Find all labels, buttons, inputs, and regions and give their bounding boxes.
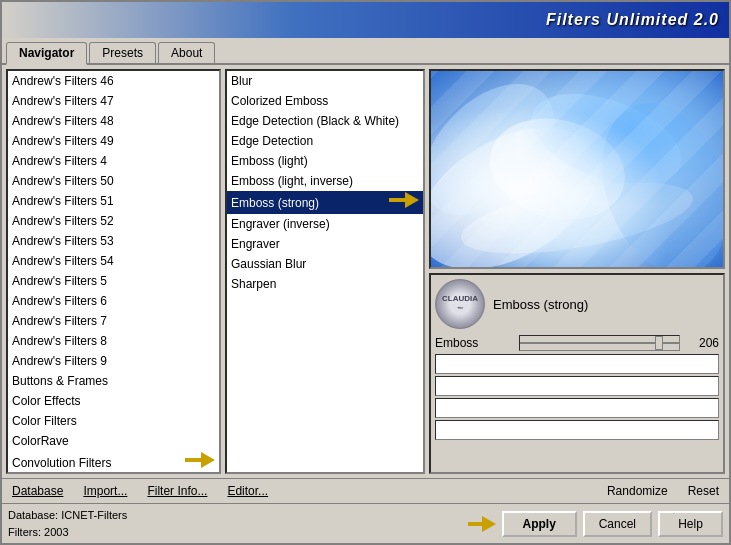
database-button[interactable]: Database [8, 482, 67, 500]
tab-bar: Navigator Presets About [2, 38, 729, 65]
list-item[interactable]: Andrew's Filters 6 [8, 291, 219, 311]
tab-navigator[interactable]: Navigator [6, 42, 87, 65]
right-panel: CLAUDIA™ Emboss (strong) Emboss 206 [429, 69, 725, 474]
param-label: Emboss [435, 336, 515, 350]
filter-item[interactable]: Edge Detection (Black & White) [227, 111, 423, 131]
list-item[interactable]: ColorRave [8, 431, 219, 451]
filters-value: 2003 [44, 526, 68, 538]
title-bar: Filters Unlimited 2.0 [2, 2, 729, 38]
list-item[interactable]: Andrew's Filters 8 [8, 331, 219, 351]
tab-about[interactable]: About [158, 42, 215, 63]
svg-point-8 [431, 71, 579, 239]
param-value: 206 [684, 336, 719, 350]
filter-item[interactable]: Emboss (light, inverse) [227, 171, 423, 191]
empty-param-row [435, 398, 719, 418]
svg-marker-3 [405, 192, 419, 208]
filter-info-button[interactable]: Filter Info... [143, 482, 211, 500]
list-item[interactable]: Color Effects [8, 391, 219, 411]
bottom-toolbar: Database Import... Filter Info... Editor… [2, 478, 729, 503]
list-item[interactable]: Andrew's Filters 52 [8, 211, 219, 231]
filter-item[interactable]: Blur [227, 71, 423, 91]
svg-rect-2 [389, 198, 407, 202]
import-button[interactable]: Import... [79, 482, 131, 500]
list-item[interactable]: Andrew's Filters 4 [8, 151, 219, 171]
apply-arrow-icon [468, 511, 496, 537]
tab-presets[interactable]: Presets [89, 42, 156, 63]
svg-point-7 [456, 169, 698, 267]
list-item[interactable]: Andrew's Filters 50 [8, 171, 219, 191]
svg-point-6 [519, 76, 693, 203]
filter-info-panel: CLAUDIA™ Emboss (strong) Emboss 206 [429, 273, 725, 474]
help-button[interactable]: Help [658, 511, 723, 537]
svg-rect-11 [468, 522, 484, 526]
filter-name-row: CLAUDIA™ Emboss (strong) [435, 279, 719, 329]
convolution-filters-arrow-icon [185, 452, 215, 472]
preview-svg [431, 71, 723, 267]
filters-label: Filters: [8, 526, 41, 538]
svg-point-5 [431, 98, 623, 267]
param-row: Emboss 206 [435, 335, 719, 351]
list-item[interactable]: Andrew's Filters 51 [8, 191, 219, 211]
svg-rect-4 [431, 71, 723, 267]
category-list-panel: Andrew's Filters 46 Andrew's Filters 47 … [6, 69, 221, 474]
preview-canvas [429, 69, 725, 269]
database-label: Database: [8, 509, 58, 521]
list-item[interactable]: Andrew's Filters 5 [8, 271, 219, 291]
empty-param-row [435, 354, 719, 374]
emboss-strong-arrow-icon [389, 192, 419, 213]
apply-button[interactable]: Apply [502, 511, 577, 537]
action-buttons: Apply Cancel Help [468, 511, 723, 537]
svg-marker-12 [482, 516, 496, 532]
list-item[interactable]: Color Filters [8, 411, 219, 431]
list-item[interactable]: Convolution Filters [8, 451, 219, 472]
filter-item[interactable]: Gaussian Blur [227, 254, 423, 274]
filter-list[interactable]: Blur Colorized Emboss Edge Detection (Bl… [227, 71, 423, 472]
list-item[interactable]: Andrew's Filters 48 [8, 111, 219, 131]
param-slider[interactable] [519, 335, 680, 351]
filter-item[interactable]: Emboss (light) [227, 151, 423, 171]
editor-button[interactable]: Editor... [223, 482, 272, 500]
list-item[interactable]: Andrew's Filters 9 [8, 351, 219, 371]
status-bar: Database: ICNET-Filters Filters: 2003 Ap… [2, 503, 729, 543]
filter-item-selected[interactable]: Emboss (strong) [227, 191, 423, 214]
app-title: Filters Unlimited 2.0 [546, 11, 719, 29]
slider-thumb[interactable] [655, 336, 663, 350]
filter-item[interactable]: Edge Detection [227, 131, 423, 151]
filter-logo: CLAUDIA™ [435, 279, 485, 329]
database-value: ICNET-Filters [61, 509, 127, 521]
empty-param-row [435, 376, 719, 396]
database-info: Database: ICNET-Filters [8, 507, 127, 524]
cancel-button[interactable]: Cancel [583, 511, 652, 537]
filter-item[interactable]: Engraver (inverse) [227, 214, 423, 234]
filters-info: Filters: 2003 [8, 524, 127, 541]
list-item[interactable]: Buttons & Frames [8, 371, 219, 391]
list-item[interactable]: Andrew's Filters 54 [8, 251, 219, 271]
randomize-button[interactable]: Randomize [603, 482, 672, 500]
list-item[interactable]: Andrew's Filters 7 [8, 311, 219, 331]
list-item[interactable]: Andrew's Filters 47 [8, 91, 219, 111]
list-item[interactable]: Andrew's Filters 49 [8, 131, 219, 151]
reset-button[interactable]: Reset [684, 482, 723, 500]
list-item[interactable]: Andrew's Filters 53 [8, 231, 219, 251]
empty-param-row [435, 420, 719, 440]
selected-filter-name: Emboss (strong) [493, 297, 719, 312]
status-info: Database: ICNET-Filters Filters: 2003 [8, 507, 127, 540]
main-window: Filters Unlimited 2.0 Navigator Presets … [0, 0, 731, 545]
svg-point-10 [478, 104, 636, 234]
filter-item[interactable]: Colorized Emboss [227, 91, 423, 111]
list-item[interactable]: Andrew's Filters 46 [8, 71, 219, 91]
filter-list-panel: Blur Colorized Emboss Edge Detection (Bl… [225, 69, 425, 474]
main-content: Andrew's Filters 46 Andrew's Filters 47 … [2, 65, 729, 478]
filter-item[interactable]: Sharpen [227, 274, 423, 294]
category-list[interactable]: Andrew's Filters 46 Andrew's Filters 47 … [8, 71, 219, 472]
svg-rect-0 [185, 458, 203, 462]
svg-point-9 [580, 86, 723, 267]
svg-marker-1 [201, 452, 215, 468]
filter-item[interactable]: Engraver [227, 234, 423, 254]
